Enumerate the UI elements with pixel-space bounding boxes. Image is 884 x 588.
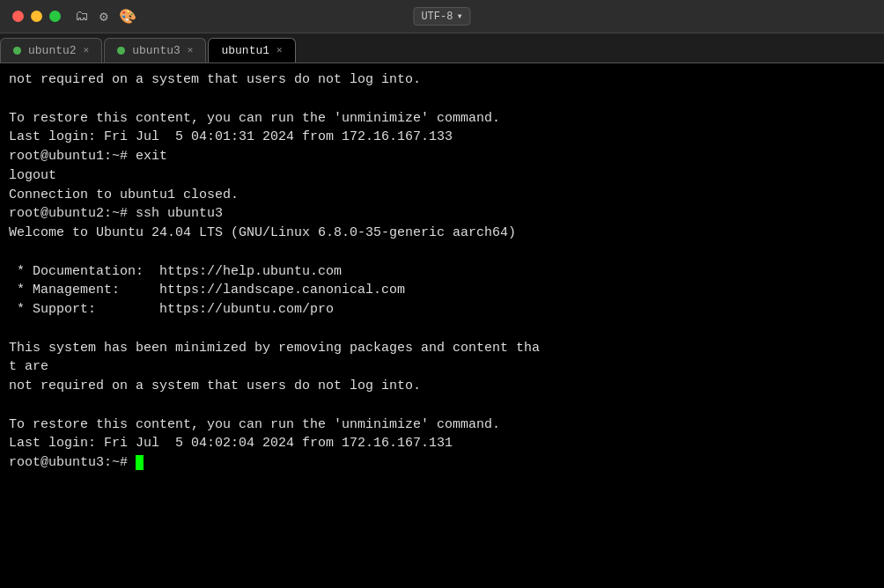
encoding-label: UTF-8: [421, 11, 453, 23]
gear-icon[interactable]: ⚙: [99, 8, 108, 26]
tab-ubuntu2[interactable]: ubuntu2 ✕: [0, 38, 102, 62]
folder-icon[interactable]: 🗂: [75, 8, 89, 25]
traffic-lights: [0, 11, 61, 22]
terminal-cursor: [136, 455, 144, 470]
tab-close-ubuntu1[interactable]: ✕: [276, 46, 283, 55]
color-icon[interactable]: 🎨: [119, 8, 136, 26]
tab-dot-ubuntu2: [13, 47, 21, 55]
maximize-button[interactable]: [49, 11, 61, 22]
encoding-selector[interactable]: UTF-8 ▾: [413, 7, 470, 26]
tab-close-ubuntu3[interactable]: ✕: [188, 46, 194, 55]
tab-label-ubuntu3: ubuntu3: [132, 44, 180, 57]
tab-label-ubuntu1: ubuntu1: [221, 44, 269, 57]
tab-close-ubuntu2[interactable]: ✕: [84, 46, 90, 55]
titlebar: 🗂 ⚙ 🎨 UTF-8 ▾: [0, 0, 884, 33]
tab-ubuntu1[interactable]: ubuntu1 ✕: [208, 38, 295, 62]
minimize-button[interactable]: [31, 11, 42, 22]
tab-ubuntu3[interactable]: ubuntu3 ✕: [104, 38, 206, 62]
close-button[interactable]: [12, 11, 24, 22]
tab-label-ubuntu2: ubuntu2: [28, 44, 77, 57]
encoding-arrow: ▾: [456, 10, 462, 23]
titlebar-icons: 🗂 ⚙ 🎨: [70, 8, 136, 26]
tab-dot-ubuntu3: [117, 47, 125, 55]
tab-bar: ubuntu2 ✕ ubuntu3 ✕ ubuntu1 ✕: [0, 33, 884, 63]
terminal-output[interactable]: not required on a system that users do n…: [0, 63, 884, 588]
